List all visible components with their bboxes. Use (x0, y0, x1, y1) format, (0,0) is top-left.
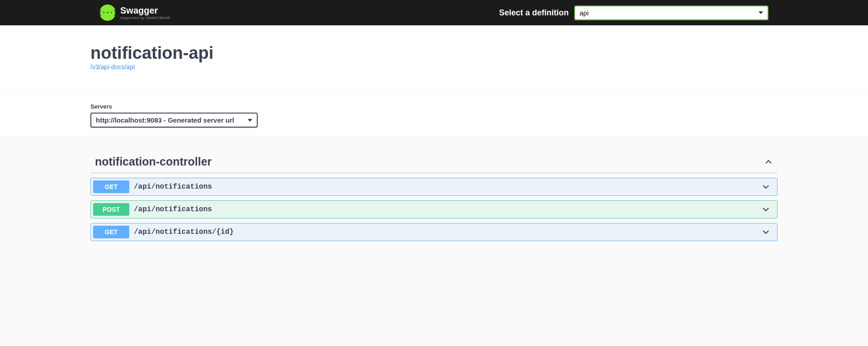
server-select[interactable]: http://localhost:9083 - Generated server… (90, 113, 258, 128)
operation-path: /api/notifications (134, 205, 761, 213)
chevron-down-icon (761, 205, 770, 214)
chevron-up-icon (764, 157, 773, 166)
operation-path: /api/notifications (134, 183, 761, 191)
operation-post-notifications[interactable]: POST /api/notifications (90, 200, 778, 218)
api-docs-link[interactable]: /v3/api-docs/api (90, 63, 135, 71)
logo-subtitle: Supported by SMARTBEAR (120, 16, 170, 20)
api-title: notification-api (90, 43, 778, 63)
tag-name: notification-controller (95, 155, 212, 168)
operation-get-notifications[interactable]: GET /api/notifications (90, 178, 778, 196)
servers-section: Servers http://localhost:9083 - Generate… (0, 94, 868, 137)
info-section: notification-api /v3/api-docs/api (0, 25, 868, 94)
chevron-down-icon (761, 182, 770, 191)
tag-header[interactable]: notification-controller (90, 151, 778, 173)
operations-section: notification-controller GET /api/notific… (81, 137, 787, 259)
topbar: {···} Swagger Supported by SMARTBEAR Sel… (0, 0, 868, 25)
logo-title: Swagger (120, 6, 170, 15)
operation-path: /api/notifications/{id} (134, 228, 761, 236)
method-badge: POST (93, 203, 129, 216)
chevron-down-icon (761, 228, 770, 237)
swagger-logo-icon: {···} (99, 5, 116, 21)
definition-select[interactable]: api (574, 5, 769, 20)
operation-get-notification-by-id[interactable]: GET /api/notifications/{id} (90, 223, 778, 241)
method-badge: GET (93, 180, 129, 193)
swagger-logo[interactable]: {···} Swagger Supported by SMARTBEAR (99, 5, 170, 21)
method-badge: GET (93, 226, 129, 238)
servers-label: Servers (90, 103, 778, 110)
operations-list: GET /api/notifications POST /api/notific… (90, 178, 778, 241)
definition-label: Select a definition (499, 8, 569, 18)
